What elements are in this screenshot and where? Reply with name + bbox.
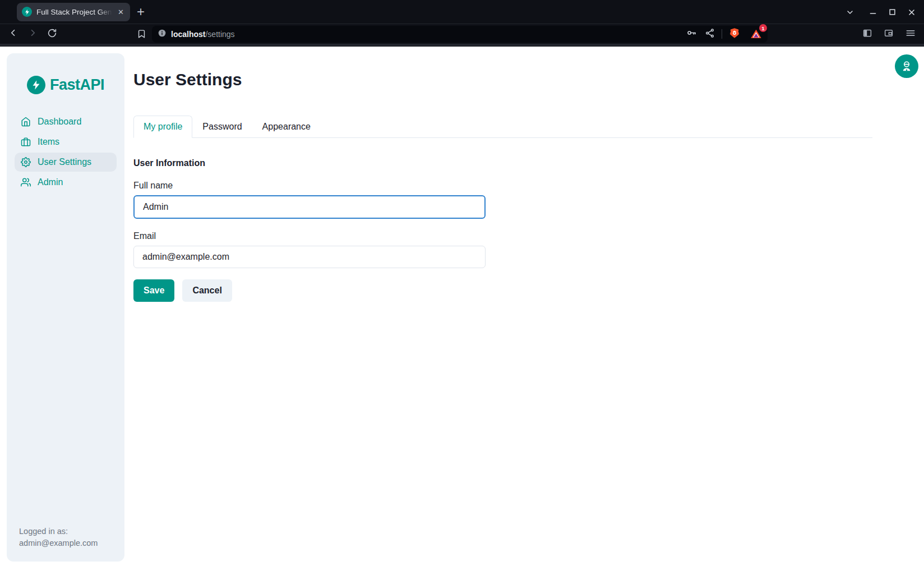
sidebar-item-admin[interactable]: Admin — [15, 173, 117, 192]
toolbar-divider — [722, 29, 722, 39]
sidebar-item-label: Items — [38, 137, 59, 147]
minimize-button[interactable] — [868, 8, 877, 17]
maximize-button[interactable] — [888, 8, 897, 16]
nav-buttons — [8, 27, 57, 40]
sidebar: FastAPI Dashboard Items User Settings Ad… — [7, 53, 124, 562]
home-icon — [21, 117, 31, 127]
new-tab-button[interactable]: + — [137, 6, 145, 17]
tab-my-profile[interactable]: My profile — [133, 116, 192, 138]
tab-search-chevron-icon[interactable] — [846, 8, 854, 17]
browser-tab[interactable]: Full Stack Project Genera ✕ — [17, 3, 130, 21]
brave-rewards-icon[interactable]: 1 — [750, 28, 762, 40]
menu-icon[interactable] — [905, 27, 916, 41]
sidebar-item-label: Admin — [38, 177, 63, 187]
forward-button-icon[interactable] — [27, 27, 38, 40]
back-button-icon[interactable] — [8, 27, 19, 40]
share-icon[interactable] — [705, 28, 715, 40]
logged-in-as-label: Logged in as: — [19, 526, 98, 537]
browser-toolbar: localhost/settings 1 — [0, 24, 924, 44]
bookmark-icon[interactable] — [137, 29, 146, 39]
close-window-button[interactable] — [907, 8, 916, 17]
fastapi-logo-text: FastAPI — [50, 76, 104, 94]
site-info-icon[interactable] — [158, 29, 167, 40]
reload-button-icon[interactable] — [47, 28, 57, 40]
save-button[interactable]: Save — [133, 279, 174, 302]
fastapi-logo-icon — [27, 76, 45, 94]
settings-tabs: My profile Password Appearance — [133, 116, 872, 138]
form-actions: Save Cancel — [133, 279, 872, 302]
main-content: User Settings My profile Password Appear… — [133, 47, 872, 302]
full-name-label: Full name — [133, 181, 872, 191]
page-title: User Settings — [133, 70, 872, 89]
email-input[interactable] — [133, 246, 486, 268]
logged-in-as-email: admin@example.com — [19, 537, 98, 549]
fastapi-logo: FastAPI — [27, 76, 124, 94]
tab-title: Full Stack Project Genera — [36, 8, 112, 16]
app-content: FastAPI Dashboard Items User Settings Ad… — [0, 47, 924, 575]
sidebar-item-dashboard[interactable]: Dashboard — [15, 112, 117, 131]
fastapi-favicon-icon — [22, 7, 32, 17]
brave-shield-icon[interactable] — [729, 27, 740, 41]
tab-appearance[interactable]: Appearance — [252, 116, 321, 138]
my-profile-panel: User Information Full name Email Save Ca… — [133, 138, 872, 302]
gear-icon — [21, 157, 31, 167]
tab-close-icon[interactable]: ✕ — [117, 7, 125, 17]
url-path: /settings — [205, 30, 234, 39]
sidebar-item-label: User Settings — [38, 157, 91, 167]
password-key-icon[interactable] — [686, 27, 697, 40]
window-controls — [846, 0, 916, 24]
toolbar-right-icons — [768, 27, 916, 41]
full-name-input[interactable] — [133, 195, 486, 219]
tab-bar: Full Stack Project Genera ✕ + — [0, 0, 924, 24]
address-bar[interactable]: localhost/settings 1 — [152, 26, 768, 43]
url-host: localhost — [171, 30, 205, 39]
sidebar-item-items[interactable]: Items — [15, 132, 117, 151]
wallet-icon[interactable] — [884, 28, 894, 40]
logged-in-as: Logged in as: admin@example.com — [19, 526, 98, 549]
chrome-bottom-strip — [0, 44, 924, 46]
users-icon — [21, 177, 31, 187]
sidebar-nav: Dashboard Items User Settings Admin — [7, 112, 124, 192]
rewards-badge: 1 — [759, 24, 767, 32]
side-panel-icon[interactable] — [862, 28, 872, 40]
section-title: User Information — [133, 158, 872, 168]
browser-chrome: Full Stack Project Genera ✕ + — [0, 0, 924, 47]
user-menu-button[interactable] — [895, 54, 918, 78]
user-astronaut-icon — [900, 60, 913, 72]
cancel-button[interactable]: Cancel — [182, 279, 232, 302]
sidebar-item-label: Dashboard — [38, 117, 81, 127]
sidebar-item-user-settings[interactable]: User Settings — [15, 153, 117, 172]
tab-password[interactable]: Password — [192, 116, 252, 138]
briefcase-icon — [21, 137, 31, 147]
email-label: Email — [133, 231, 872, 241]
